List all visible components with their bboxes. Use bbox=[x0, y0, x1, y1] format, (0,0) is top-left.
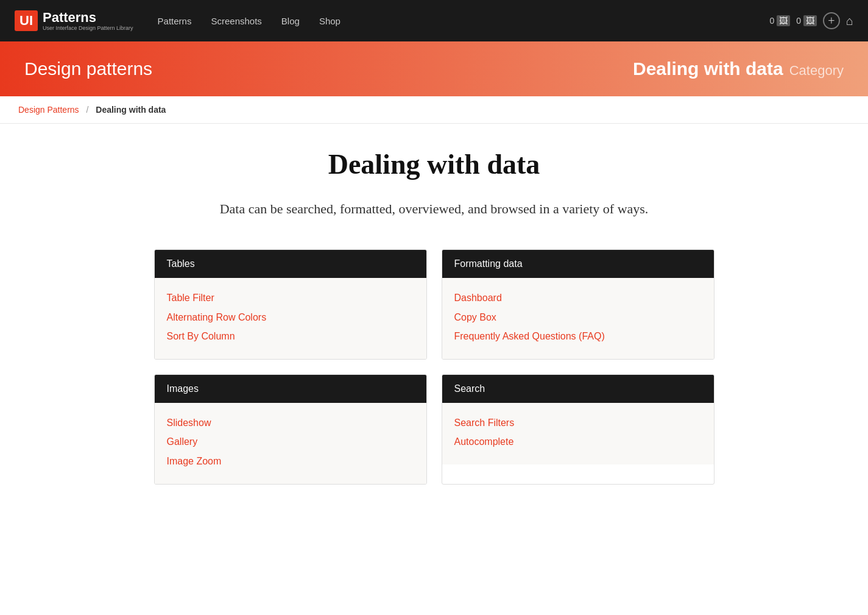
logo-subtitle: User Interface Design Pattern Library bbox=[43, 25, 133, 32]
add-button[interactable]: + bbox=[823, 12, 840, 29]
nav-patterns[interactable]: Patterns bbox=[148, 0, 202, 41]
page-description: Data can be searched, formatted, overvie… bbox=[154, 199, 715, 219]
card-link-1-0[interactable]: Dashboard bbox=[454, 290, 702, 306]
card-link-3-1[interactable]: Autocomplete bbox=[454, 434, 702, 450]
card-link-1-2[interactable]: Frequently Asked Questions (FAQ) bbox=[454, 329, 702, 344]
card-header-2: Images bbox=[155, 375, 426, 403]
card-link-0-1[interactable]: Alternating Row Colors bbox=[167, 310, 414, 325]
main-content: Dealing with data Data can be searched, … bbox=[142, 124, 727, 521]
card-header-3: Search bbox=[442, 375, 714, 403]
hero-right: Dealing with data Category bbox=[633, 59, 844, 79]
home-icon[interactable]: ⌂ bbox=[846, 14, 853, 28]
nav-shop[interactable]: Shop bbox=[309, 0, 350, 41]
card-body-0: Table FilterAlternating Row ColorsSort B… bbox=[155, 278, 426, 359]
image-icon-1 bbox=[777, 15, 790, 26]
image-count-2: 0 bbox=[796, 15, 817, 26]
card-link-0-2[interactable]: Sort By Column bbox=[167, 329, 414, 344]
navbar: UI Patterns User Interface Design Patter… bbox=[0, 0, 868, 41]
logo-ui-badge: UI bbox=[15, 10, 38, 31]
image-icon-2 bbox=[803, 15, 817, 26]
hero-category-title: Dealing with data bbox=[633, 59, 783, 79]
logo-title: Patterns bbox=[43, 10, 133, 25]
card-body-3: Search FiltersAutocomplete bbox=[442, 403, 714, 464]
nav-screenshots[interactable]: Screenshots bbox=[201, 0, 271, 41]
card-link-2-2[interactable]: Image Zoom bbox=[167, 453, 414, 469]
logo-link[interactable]: UI Patterns User Interface Design Patter… bbox=[15, 10, 133, 32]
nav-blog[interactable]: Blog bbox=[272, 0, 309, 41]
card-header-0: Tables bbox=[155, 250, 426, 278]
card-link-2-1[interactable]: Gallery bbox=[167, 434, 414, 450]
card-2: ImagesSlideshowGalleryImage Zoom bbox=[154, 374, 427, 485]
hero-banner: Design patterns Dealing with data Catego… bbox=[0, 41, 868, 96]
breadcrumb-link[interactable]: Design Patterns bbox=[18, 105, 79, 115]
hero-category-label: Category bbox=[789, 63, 844, 79]
card-link-0-0[interactable]: Table Filter bbox=[167, 290, 414, 306]
page-title: Dealing with data bbox=[154, 148, 715, 180]
card-0: TablesTable FilterAlternating Row Colors… bbox=[154, 249, 427, 360]
breadcrumb-separator: / bbox=[86, 105, 89, 115]
hero-left-title: Design patterns bbox=[24, 59, 152, 79]
image-count-1: 0 bbox=[769, 15, 790, 26]
card-body-1: DashboardCopy BoxFrequently Asked Questi… bbox=[442, 278, 714, 359]
card-link-3-0[interactable]: Search Filters bbox=[454, 415, 702, 431]
card-link-2-0[interactable]: Slideshow bbox=[167, 415, 414, 431]
breadcrumb: Design Patterns / Dealing with data bbox=[0, 96, 868, 124]
card-body-2: SlideshowGalleryImage Zoom bbox=[155, 403, 426, 484]
breadcrumb-current: Dealing with data bbox=[96, 105, 166, 115]
nav-actions: 0 0 + ⌂ bbox=[769, 12, 853, 29]
card-header-1: Formatting data bbox=[442, 250, 714, 278]
cards-grid: TablesTable FilterAlternating Row Colors… bbox=[154, 249, 715, 485]
card-1: Formatting dataDashboardCopy BoxFrequent… bbox=[442, 249, 715, 360]
nav-links: Patterns Screenshots Blog Shop bbox=[148, 0, 770, 41]
card-3: SearchSearch FiltersAutocomplete bbox=[442, 374, 715, 485]
card-link-1-1[interactable]: Copy Box bbox=[454, 310, 702, 325]
